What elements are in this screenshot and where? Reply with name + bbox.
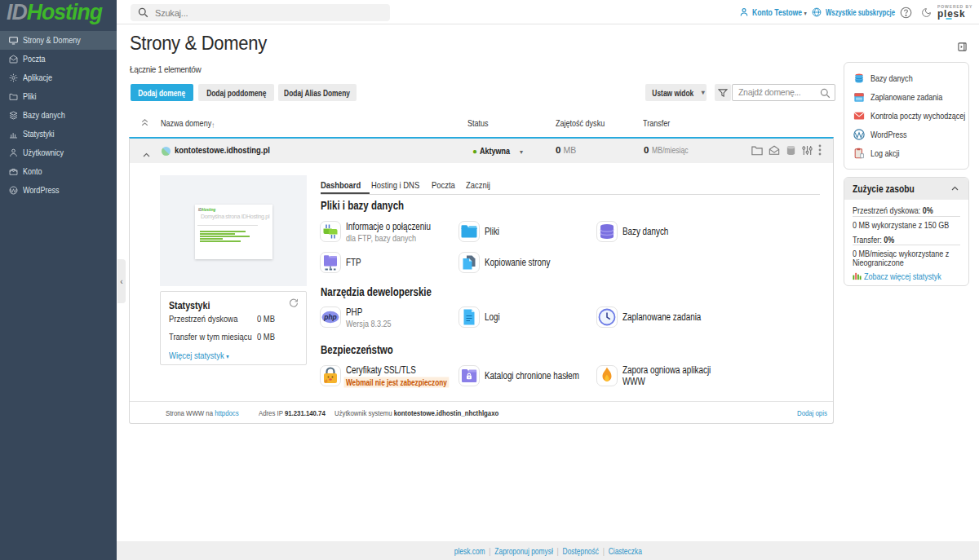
svg-text:php: php [323,313,337,321]
